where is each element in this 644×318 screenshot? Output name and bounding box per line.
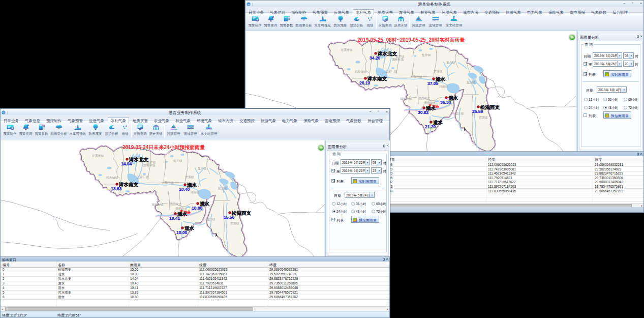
- svg-text:30.82: 30.82: [418, 110, 429, 115]
- svg-text:15.56: 15.56: [224, 215, 235, 220]
- svg-text:国有林场: 国有林场: [143, 163, 155, 167]
- svg-text:复兴镇: 复兴镇: [198, 167, 207, 170]
- svg-text:大堰垱镇: 大堰垱镇: [410, 75, 422, 78]
- svg-text:10.40: 10.40: [179, 187, 190, 192]
- svg-text:37.05: 37.05: [427, 81, 439, 86]
- svg-text:如东镇: 如东镇: [218, 186, 227, 190]
- svg-text:涔南镇: 涔南镇: [191, 191, 200, 194]
- svg-text:城头山镇: 城头山镇: [400, 97, 412, 100]
- svg-text:26.13: 26.13: [359, 80, 371, 85]
- svg-text:25.59: 25.59: [472, 109, 483, 114]
- svg-text:大堰垱镇: 大堰垱镇: [162, 181, 173, 184]
- svg-text:涔南镇: 涔南镇: [439, 85, 448, 89]
- svg-text:如东镇: 如东镇: [467, 80, 476, 84]
- svg-text:小渡口镇: 小渡口镇: [203, 218, 215, 221]
- svg-text:13.63: 13.63: [111, 186, 122, 191]
- svg-text:澧西街道: 澧西街道: [418, 97, 430, 100]
- svg-text:34.20: 34.20: [370, 55, 381, 61]
- svg-text:国有林场: 国有林场: [392, 57, 404, 62]
- svg-text:10.41: 10.41: [169, 216, 180, 221]
- svg-text:王家厂镇: 王家厂镇: [385, 69, 397, 73]
- svg-text:甘溪滩镇: 甘溪滩镇: [92, 154, 104, 158]
- svg-text:梦溪镇: 梦溪镇: [185, 175, 194, 179]
- svg-text:王家厂镇: 王家厂镇: [137, 175, 148, 179]
- svg-text:城头山镇: 城头山镇: [151, 203, 163, 206]
- svg-text:10.00: 10.00: [176, 230, 188, 235]
- svg-text:官垸镇: 官垸镇: [230, 222, 239, 225]
- svg-text:梦溪镇: 梦溪镇: [434, 69, 443, 73]
- svg-text:21.20: 21.20: [425, 124, 436, 129]
- svg-text:甘溪滩镇: 甘溪滩镇: [341, 48, 352, 52]
- svg-text:36.30: 36.30: [440, 100, 451, 105]
- svg-text:码头铺镇: 码头铺镇: [106, 176, 118, 180]
- svg-text:10.80: 10.80: [192, 206, 203, 211]
- svg-text:盐井镇: 盐井镇: [422, 53, 431, 56]
- svg-text:澧西街道: 澧西街道: [170, 203, 181, 206]
- svg-text:14.04: 14.04: [121, 161, 132, 166]
- svg-text:官垸镇: 官垸镇: [479, 116, 488, 120]
- svg-text:盐井镇: 盐井镇: [173, 159, 182, 162]
- svg-text:小渡口镇: 小渡口镇: [452, 112, 464, 115]
- svg-text:码头铺镇: 码头铺镇: [355, 70, 366, 74]
- svg-text:复兴镇: 复兴镇: [446, 61, 455, 65]
